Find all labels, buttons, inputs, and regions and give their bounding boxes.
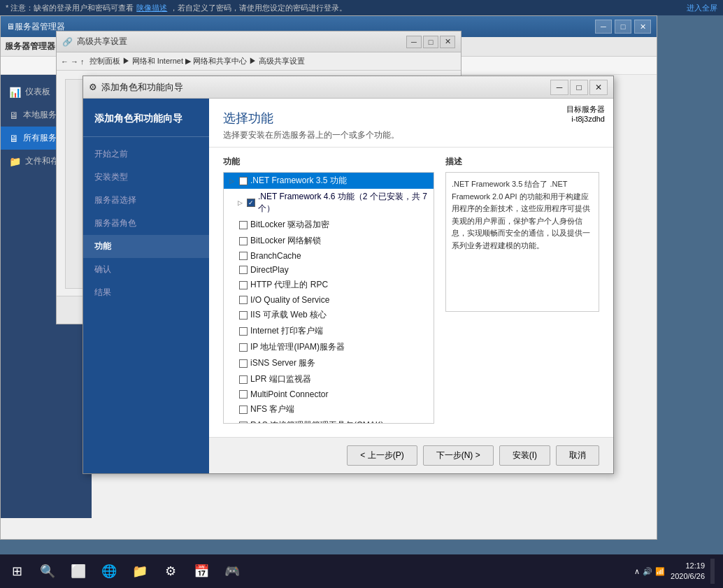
wizard-next-button[interactable]: 下一步(N) > xyxy=(423,445,494,466)
clock[interactable]: 12:19 2020/6/26 xyxy=(671,561,705,582)
feature-label: .NET Framework 3.5 功能 xyxy=(250,175,347,187)
wizard-footer: < 上一步(P) 下一步(N) > 安装(I) 取消 xyxy=(209,437,613,473)
description-section: 描述 .NET Framework 3.5 结合了 .NET Framework… xyxy=(445,156,599,429)
feature-item[interactable]: HTTP 代理上的 RPC xyxy=(224,277,434,293)
start-button[interactable]: ⊞ xyxy=(3,557,31,585)
features-label: 功能 xyxy=(223,156,434,168)
adv-share-nav: ← → ↑ 控制面板 ▶ 网络和 Internet ▶ 网络和共享中心 ▶ 高级… xyxy=(57,52,461,71)
calendar-button[interactable]: 📅 xyxy=(187,557,215,585)
system-tray: ∧ 🔊 📶 xyxy=(634,567,665,576)
notif-link1[interactable]: 陕像描述 xyxy=(136,3,167,13)
adv-share-nav-path: 控制面板 ▶ 网络和 Internet ▶ 网络和共享中心 ▶ 高级共享设置 xyxy=(90,56,306,66)
feature-label: HTTP 代理上的 RPC xyxy=(250,279,328,291)
adv-share-forward-button[interactable]: → xyxy=(71,57,78,66)
wizard-nav-confirm[interactable]: 确认 xyxy=(83,258,209,281)
feature-item[interactable]: BitLocker 驱动器加密 xyxy=(224,217,434,233)
notification-bar: * 注意：缺省的登录用户和密码可查看 陕像描述 ，若自定义了密码，请使用您设定的… xyxy=(0,0,723,15)
feature-checkbox[interactable] xyxy=(239,296,248,304)
wizard-nav-features[interactable]: 功能 xyxy=(83,235,209,258)
server-manager-minimize-button[interactable]: ─ xyxy=(595,20,612,34)
show-desktop-button[interactable] xyxy=(710,559,715,584)
settings-button[interactable]: ⚙ xyxy=(157,557,185,585)
feature-item[interactable]: ▷✓ .NET Framework 4.6 功能（2 个已安装，共 7 个） xyxy=(224,189,434,217)
wizard-title-area: ⚙ 添加角色和功能向导 xyxy=(89,81,550,94)
feature-checkbox[interactable] xyxy=(239,327,248,336)
file-explorer-button[interactable]: 📁 xyxy=(126,557,154,585)
feature-label: I/O Quality of Service xyxy=(250,295,329,305)
clock-date: 2020/6/26 xyxy=(671,571,705,582)
feature-checkbox[interactable] xyxy=(239,375,248,384)
wizard-left-panel: 添加角色和功能向导 开始之前 安装类型 服务器选择 服务器角色 功能 确认 结果 xyxy=(83,99,209,473)
feature-item[interactable]: LPR 端口监视器 xyxy=(224,371,434,387)
wizard-cancel-button[interactable]: 取消 xyxy=(556,445,599,466)
feature-item[interactable]: BitLocker 网络解锁 xyxy=(224,233,434,249)
feature-item[interactable]: RAS 连接管理器管理工具包(CMAK) xyxy=(224,417,434,424)
taskbar-right: ∧ 🔊 📶 12:19 2020/6/26 xyxy=(634,559,723,584)
wizard-subtitle: 选择要安装在所选服务器上的一个或多个功能。 xyxy=(223,129,599,141)
features-list: ▷ .NET Framework 3.5 功能▷✓ .NET Framework… xyxy=(223,172,434,424)
wizard-left-title: 添加角色和功能向导 xyxy=(83,113,209,137)
feature-item[interactable]: IP 地址管理(IPAM)服务器 xyxy=(224,339,434,355)
all-servers-icon: 🖥 xyxy=(9,133,19,144)
feature-checkbox[interactable] xyxy=(239,266,248,274)
task-view-button[interactable]: ⬜ xyxy=(64,557,92,585)
adv-share-close-button[interactable]: ✕ xyxy=(440,36,455,48)
tray-network-icon[interactable]: 📶 xyxy=(655,567,665,576)
feature-checkbox[interactable] xyxy=(239,177,248,185)
features-section: 功能 ▷ .NET Framework 3.5 功能▷✓ .NET Framew… xyxy=(223,156,434,429)
tray-up-arrow[interactable]: ∧ xyxy=(634,567,640,576)
wizard-nav-server-roles[interactable]: 服务器角色 xyxy=(83,212,209,235)
feature-item[interactable]: iSNS Server 服务 xyxy=(224,355,434,371)
adv-share-title-area: 🔗 高级共享设置 xyxy=(62,36,406,48)
wizard-install-button[interactable]: 安装(I) xyxy=(499,445,550,466)
app-icon[interactable]: 🎮 xyxy=(218,557,246,585)
feature-item[interactable]: IIS 可承载 Web 核心 xyxy=(224,307,434,323)
adv-share-back-button[interactable]: ← xyxy=(61,57,69,66)
notif-text2: ，若自定义了密码，请使用您设定的密码进行登录。 xyxy=(170,3,347,13)
feature-item[interactable]: BranchCache xyxy=(224,249,434,263)
feature-checkbox[interactable] xyxy=(239,406,248,414)
feature-label: LPR 端口监视器 xyxy=(250,373,311,385)
dashboard-icon: 📊 xyxy=(9,87,21,98)
wizard-content: 功能 ▷ .NET Framework 3.5 功能▷✓ .NET Framew… xyxy=(209,148,613,437)
feature-item[interactable]: ▷ .NET Framework 3.5 功能 xyxy=(224,173,434,189)
feature-item[interactable]: I/O Quality of Service xyxy=(224,293,434,307)
search-button[interactable]: 🔍 xyxy=(34,557,62,585)
wizard-prev-button[interactable]: < 上一步(P) xyxy=(347,445,417,466)
server-manager-maximize-button[interactable]: □ xyxy=(615,20,631,34)
feature-checkbox[interactable] xyxy=(239,221,248,229)
feature-checkbox[interactable] xyxy=(239,311,248,320)
expand-arrow-icon: ▷ xyxy=(238,199,244,206)
feature-label: BitLocker 网络解锁 xyxy=(250,235,321,247)
feature-checkbox[interactable] xyxy=(239,252,248,260)
adv-share-maximize-button[interactable]: □ xyxy=(423,36,438,48)
feature-item[interactable]: DirectPlay xyxy=(224,263,434,277)
edge-browser-button[interactable]: 🌐 xyxy=(95,557,123,585)
feature-label: IIS 可承载 Web 核心 xyxy=(250,309,327,321)
adv-share-titlebar: 🔗 高级共享设置 ─ □ ✕ xyxy=(57,31,461,52)
wizard-nav-install-type[interactable]: 安装类型 xyxy=(83,166,209,189)
wizard-close-button[interactable]: ✕ xyxy=(589,80,608,95)
wizard-maximize-button[interactable]: □ xyxy=(570,80,588,95)
feature-checkbox[interactable] xyxy=(239,359,248,368)
adv-share-up-button[interactable]: ↑ xyxy=(80,57,85,66)
adv-share-minimize-button[interactable]: ─ xyxy=(406,36,422,48)
feature-checkbox[interactable] xyxy=(239,343,248,352)
feature-item[interactable]: MultiPoint Connector xyxy=(224,387,434,401)
feature-checkbox[interactable] xyxy=(239,422,248,424)
wizard-minimize-button[interactable]: ─ xyxy=(550,80,568,95)
feature-checkbox[interactable] xyxy=(239,390,248,399)
tray-volume-icon[interactable]: 🔊 xyxy=(643,567,652,576)
notif-fullscreen-link[interactable]: 进入全屏 xyxy=(687,3,717,13)
wizard-nav-before-start[interactable]: 开始之前 xyxy=(83,143,209,166)
wizard-nav-server-select[interactable]: 服务器选择 xyxy=(83,189,209,212)
feature-checkbox[interactable]: ✓ xyxy=(247,199,255,207)
feature-item[interactable]: NFS 客户端 xyxy=(224,401,434,417)
feature-checkbox[interactable] xyxy=(239,237,248,245)
wizard-nav-results[interactable]: 结果 xyxy=(83,281,209,304)
feature-item[interactable]: Internet 打印客户端 xyxy=(224,323,434,339)
server-manager-close-button[interactable]: ✕ xyxy=(634,20,651,34)
feature-checkbox[interactable] xyxy=(239,281,248,289)
feature-label: RAS 连接管理器管理工具包(CMAK) xyxy=(250,420,384,424)
server-manager-title-buttons: ─ □ ✕ xyxy=(595,20,651,34)
